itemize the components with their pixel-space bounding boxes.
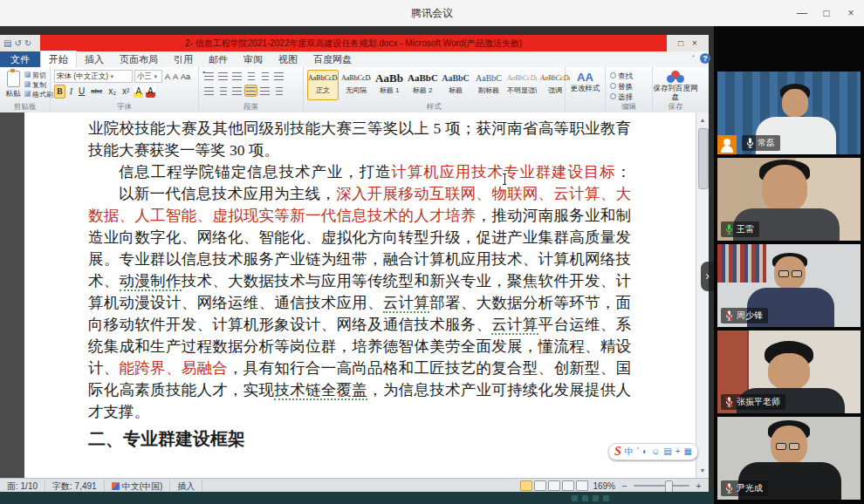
document-page[interactable]: 业院校技能大赛及其他同级别技能大赛三等奖以上 5 项；获河南省高等职业教育技能大… xyxy=(24,112,696,478)
style-chip[interactable]: AaBbC 标题 xyxy=(440,70,471,100)
editing-item-button[interactable]: 替换 xyxy=(610,81,633,92)
align-left-icon[interactable] xyxy=(203,85,215,96)
font-format-button[interactable]: x² xyxy=(120,85,131,98)
page-indicator[interactable]: 面: 1/10 xyxy=(0,480,45,493)
participant-video-tile[interactable]: 王雷 xyxy=(717,158,861,241)
ime-icon[interactable]: + xyxy=(675,445,681,459)
ribbon-tab[interactable]: 视图 xyxy=(271,51,305,67)
style-chip[interactable]: AaBbC 副标题 xyxy=(473,70,504,100)
paste-button[interactable]: 粘贴 xyxy=(3,71,24,100)
ime-icon[interactable]: ▤ xyxy=(663,445,671,459)
bullets-icon[interactable] xyxy=(203,71,215,81)
word-close-button[interactable]: × xyxy=(692,38,697,48)
participant-video-tile[interactable]: 周少锋 xyxy=(717,244,861,327)
decrease-indent-icon[interactable] xyxy=(245,71,257,81)
clipboard-item-button[interactable]: 复制 xyxy=(24,80,53,90)
align-right-icon[interactable] xyxy=(231,85,243,96)
language-indicator[interactable]: 中文(中国) xyxy=(105,480,171,493)
word-restore-button[interactable]: □ xyxy=(678,38,683,48)
ime-icon[interactable]: 中 xyxy=(625,445,634,459)
style-chip[interactable]: AaBb 标题 1 xyxy=(374,70,405,100)
align-center-icon[interactable] xyxy=(217,85,229,96)
outline-view-icon[interactable] xyxy=(562,480,574,491)
sogou-logo-icon[interactable]: S xyxy=(614,445,621,459)
ribbon-tab[interactable]: 开始 xyxy=(40,51,77,67)
ime-icon[interactable]: ◐ xyxy=(642,445,648,459)
ribbon-tab[interactable]: 插入 xyxy=(77,51,112,67)
document-text-segment: 以新一代信息技术应用为主线， xyxy=(119,185,336,202)
numbering-icon[interactable] xyxy=(217,71,229,81)
maximize-button[interactable]: □ xyxy=(820,7,833,19)
editing-item-button[interactable]: 选择 xyxy=(610,92,633,102)
quick-access-icon[interactable]: ↺ xyxy=(14,39,21,48)
multilevel-list-icon[interactable] xyxy=(231,71,243,81)
ribbon-collapse-icon[interactable]: ˆ xyxy=(692,54,695,63)
style-chip[interactable]: AaBbCcDd 不明显强调 xyxy=(506,70,538,100)
editing-item-button[interactable]: 查找 xyxy=(610,71,633,81)
zoom-level[interactable]: 169% xyxy=(593,481,615,491)
scroll-down-icon[interactable]: ▼ xyxy=(696,465,709,476)
font-grow-shrink-button[interactable]: Aa xyxy=(180,72,191,81)
ribbon-tab[interactable]: 文件 xyxy=(0,51,40,67)
ribbon-tab[interactable]: 审阅 xyxy=(236,51,271,67)
document-text-segment: 术、 xyxy=(88,272,120,289)
help-icon[interactable]: ? xyxy=(700,53,710,64)
insert-mode-indicator[interactable]: 插入 xyxy=(170,480,202,493)
scroll-up-icon[interactable]: ▲ xyxy=(696,114,709,126)
style-chip[interactable]: AaBbC 标题 2 xyxy=(407,70,438,100)
participant-video-tile[interactable]: 尹光成 xyxy=(717,417,861,500)
zoom-slider-knob[interactable] xyxy=(665,480,673,493)
font-grow-shrink-button[interactable]: A xyxy=(164,72,171,81)
justify-icon[interactable] xyxy=(245,85,257,96)
font-format-button[interactable]: A xyxy=(146,85,155,98)
style-chip[interactable]: AaBbCcDd 正文 xyxy=(307,70,339,100)
ribbon-tab[interactable]: 引用 xyxy=(166,51,201,67)
font-format-button[interactable]: U xyxy=(77,85,86,98)
fullscreen-view-icon[interactable] xyxy=(534,480,546,491)
sogou-ime-toolbar[interactable]: S 中’◐☺▤+▦ xyxy=(608,443,698,460)
ribbon-tab[interactable]: 邮件 xyxy=(201,51,236,67)
font-format-button[interactable]: I xyxy=(68,85,74,98)
font-format-button[interactable]: x₂ xyxy=(106,85,118,98)
print-layout-view-icon[interactable] xyxy=(520,480,532,491)
quick-access-icon[interactable]: ▤ xyxy=(3,39,11,48)
style-chip[interactable]: AaBbCcDd 无间隔 xyxy=(340,70,372,100)
clipboard-item-button[interactable]: 剪切 xyxy=(24,71,53,80)
scrollbar-thumb[interactable] xyxy=(698,128,709,189)
draft-view-icon[interactable] xyxy=(576,480,588,491)
font-format-button[interactable]: abc xyxy=(89,85,104,98)
save-to-baidu-button[interactable]: 保存到百度网盘 保存 xyxy=(653,67,698,112)
vertical-scrollbar[interactable]: ▲ ▼ xyxy=(696,112,709,478)
shading-icon[interactable] xyxy=(273,85,285,96)
change-styles-button[interactable]: AA 更改样式 xyxy=(566,67,606,112)
line-spacing-icon[interactable] xyxy=(259,85,271,96)
clipboard-item-button[interactable]: 格式刷 xyxy=(24,90,53,99)
word-count[interactable]: 字数: 7,491 xyxy=(45,480,105,493)
quick-access-icon[interactable]: ↻ xyxy=(24,39,31,48)
close-button[interactable]: × xyxy=(845,7,857,19)
zoom-out-button[interactable]: − xyxy=(620,480,629,491)
ime-icon[interactable]: ☺ xyxy=(651,445,660,459)
increase-indent-icon[interactable] xyxy=(259,71,271,81)
font-grow-shrink-button[interactable]: A xyxy=(172,72,179,81)
font-format-button[interactable]: B xyxy=(54,85,65,99)
windows-taskbar[interactable] xyxy=(0,492,714,504)
participant-name: 王雷 xyxy=(737,223,754,235)
participant-video-tile[interactable]: 常磊 xyxy=(717,72,861,154)
ribbon-tab[interactable]: 百度网盘 xyxy=(305,51,360,67)
ime-icon[interactable]: ▦ xyxy=(684,445,692,459)
font-size-select[interactable]: 小三 ▾ xyxy=(134,70,162,83)
font-format-button[interactable]: A xyxy=(134,85,143,98)
zoom-slider[interactable] xyxy=(634,485,689,487)
sort-icon[interactable] xyxy=(273,71,285,81)
participant-video-tile[interactable]: 张振平老师 xyxy=(717,330,861,413)
font-name-select[interactable]: 宋体 (中文正文) ▾ xyxy=(54,70,133,83)
participant-name-badge: 周少锋 xyxy=(721,308,768,324)
minimize-button[interactable]: — xyxy=(796,7,808,19)
document-text[interactable]: 业院校技能大赛及其他同级别技能大赛三等奖以上 5 项；获河南省高等职业教育技能大… xyxy=(88,118,631,453)
ribbon-tab[interactable]: 页面布局 xyxy=(112,51,166,67)
ime-icon[interactable]: ’ xyxy=(637,445,639,459)
web-layout-view-icon[interactable] xyxy=(548,480,560,491)
zoom-in-button[interactable]: + xyxy=(694,480,703,491)
sidebar-collapse-button[interactable]: › xyxy=(701,262,714,291)
